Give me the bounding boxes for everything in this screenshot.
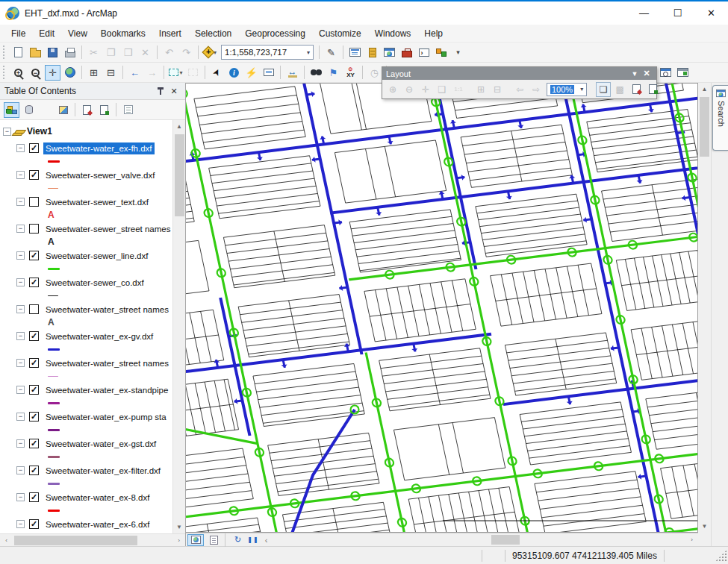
expander-icon[interactable]: − <box>16 251 25 260</box>
data-view-button[interactable] <box>187 534 204 546</box>
arctoolbox-icon[interactable] <box>399 45 414 60</box>
go-to-xy-icon[interactable]: XY <box>343 65 358 81</box>
scroll-up-icon[interactable]: ▲ <box>698 83 711 95</box>
layout-toolbar-titlebar[interactable]: Layout ▼ ✕ <box>382 67 656 80</box>
layer-label[interactable]: Sweetwater-sewer_line.dxf <box>43 250 150 262</box>
layer-symbol[interactable]: A <box>48 210 172 220</box>
close-button[interactable]: ✕ <box>694 1 728 25</box>
pause-drawing-icon[interactable]: ❚❚ <box>247 536 258 543</box>
expander-icon[interactable]: − <box>16 305 25 313</box>
chevron-down-icon[interactable]: ▾ <box>179 69 182 76</box>
python-window-icon[interactable]: › <box>416 45 432 60</box>
map-canvas[interactable] <box>186 83 698 533</box>
layer-label[interactable]: Sweetwater-sewer_co.dxf <box>43 277 146 289</box>
menu-item-geoprocessing[interactable]: Geoprocessing <box>238 25 312 42</box>
scroll-right-icon[interactable]: › <box>172 534 185 547</box>
layer-label[interactable]: Sweetwater-water_ex-8.dxf <box>43 492 152 504</box>
pin-icon[interactable] <box>154 84 167 98</box>
layer-label[interactable]: Sweetwater-water_street names <box>43 357 171 369</box>
scrollbar-thumb[interactable] <box>14 536 137 545</box>
menu-item-customize[interactable]: Customize <box>312 25 368 42</box>
layer-symbol[interactable]: A <box>48 236 172 247</box>
menu-item-edit[interactable]: Edit <box>32 25 61 42</box>
toolbar-grip[interactable] <box>3 46 7 59</box>
print-icon[interactable] <box>62 45 78 60</box>
catalog-icon[interactable] <box>364 45 380 60</box>
html-popup-icon[interactable] <box>261 65 276 81</box>
list-by-selection-icon[interactable] <box>55 102 71 118</box>
layer-symbol[interactable] <box>48 424 172 435</box>
menu-item-bookmarks[interactable]: Bookmarks <box>94 25 152 42</box>
expander-icon[interactable]: − <box>16 171 25 179</box>
layer-checkbox[interactable] <box>29 304 39 314</box>
fixed-zoom-out-icon[interactable]: ⊟ <box>103 65 119 81</box>
layer-checkbox[interactable]: ✓ <box>29 385 39 395</box>
toc-close-icon[interactable]: ✕ <box>167 84 181 98</box>
layout-zoom-combo[interactable]: 100%▾ <box>547 83 587 96</box>
add-data-icon[interactable]: ▾ <box>202 45 218 60</box>
identify-icon[interactable]: i <box>226 65 242 81</box>
layer-label[interactable]: Sweetwater-sewer_street names <box>43 223 172 235</box>
toc-horizontal-scrollbar[interactable]: ‹ › <box>0 533 185 546</box>
expander-icon[interactable]: − <box>16 332 25 340</box>
modelbuilder-icon[interactable] <box>433 45 449 60</box>
save-icon[interactable] <box>45 45 60 60</box>
toc-root-row[interactable]: −View1 <box>3 123 172 140</box>
find-route-icon[interactable]: ⚑ <box>326 65 341 81</box>
layer-checkbox[interactable]: ✓ <box>29 412 39 422</box>
find-icon[interactable] <box>308 65 324 81</box>
search-dock-tab[interactable]: Search <box>712 85 728 151</box>
layer-label[interactable]: Sweetwater-water_ex-6.dxf <box>43 518 152 530</box>
scroll-right-icon[interactable]: › <box>685 533 698 546</box>
layer-symbol[interactable] <box>48 371 172 381</box>
scroll-down-icon[interactable]: ▼ <box>173 521 186 533</box>
layer-label[interactable]: Sweetwater-water_ex-pump sta <box>43 411 169 423</box>
select-features-icon[interactable]: ▾ <box>168 65 184 81</box>
layer-label[interactable]: Sweetwater-water_ex-gst.dxf <box>43 438 158 450</box>
expander-icon[interactable]: − <box>16 466 25 474</box>
layer-checkbox[interactable]: ✓ <box>29 143 39 153</box>
layout-view-button[interactable] <box>205 534 222 546</box>
layer-symbol[interactable] <box>48 290 172 301</box>
minimize-button[interactable]: — <box>627 1 661 25</box>
refresh-icon[interactable]: ↻ <box>234 535 241 545</box>
layer-checkbox[interactable]: ✓ <box>29 358 39 368</box>
expander-icon[interactable]: − <box>16 225 25 233</box>
toc-page-button-1[interactable] <box>79 102 95 118</box>
layer-label[interactable]: Sweetwater-water_ex-filter.dxf <box>43 465 163 477</box>
expander-icon[interactable]: − <box>16 439 25 448</box>
toc-page-button-2[interactable] <box>96 102 112 118</box>
toc-options-icon[interactable] <box>120 102 136 118</box>
layer-symbol[interactable] <box>48 183 172 193</box>
layer-label[interactable]: Sweetwater-water_ex-gv.dxf <box>43 330 155 342</box>
layer-label[interactable]: Sweetwater-water_ex-standpipe <box>43 384 170 396</box>
expander-icon[interactable]: − <box>16 144 25 152</box>
pan-icon[interactable]: ✛ <box>45 65 60 81</box>
zoom-out-icon[interactable]: − <box>28 65 43 81</box>
back-extent-icon[interactable]: ← <box>127 65 143 81</box>
expander-icon[interactable]: − <box>3 128 11 136</box>
map-vertical-scrollbar[interactable]: ▲ ▼ <box>698 83 711 533</box>
toggle-draft-mode-icon[interactable]: ❏ <box>596 82 611 97</box>
layer-checkbox[interactable]: ✓ <box>29 466 39 475</box>
layer-label[interactable]: Sweetwater-water_street names <box>43 304 171 316</box>
editor-toolbar-icon[interactable]: ✎ <box>323 45 339 60</box>
scrollbar-thumb[interactable] <box>491 535 520 545</box>
layer-checkbox[interactable]: ✓ <box>29 331 39 341</box>
layer-checkbox[interactable]: ✓ <box>29 170 39 180</box>
scroll-left-icon[interactable]: ‹ <box>0 534 13 547</box>
map-scale-combo[interactable]: 1:1,558,723,717▾ <box>221 45 314 60</box>
expander-icon[interactable]: − <box>16 413 25 421</box>
menu-item-help[interactable]: Help <box>417 25 449 42</box>
expander-icon[interactable]: − <box>16 520 25 528</box>
toolbar-close-icon[interactable]: ✕ <box>641 69 653 78</box>
menu-item-insert[interactable]: Insert <box>152 25 188 42</box>
menu-item-selection[interactable]: Selection <box>188 25 238 42</box>
full-extent-icon[interactable] <box>62 65 78 81</box>
maximize-button[interactable]: ☐ <box>661 1 694 25</box>
magnifier-window-icon[interactable] <box>658 64 673 80</box>
layer-symbol[interactable] <box>48 451 172 462</box>
layer-symbol[interactable] <box>48 505 172 516</box>
zoom-in-icon[interactable]: + <box>10 65 26 81</box>
layer-symbol[interactable] <box>48 344 172 354</box>
